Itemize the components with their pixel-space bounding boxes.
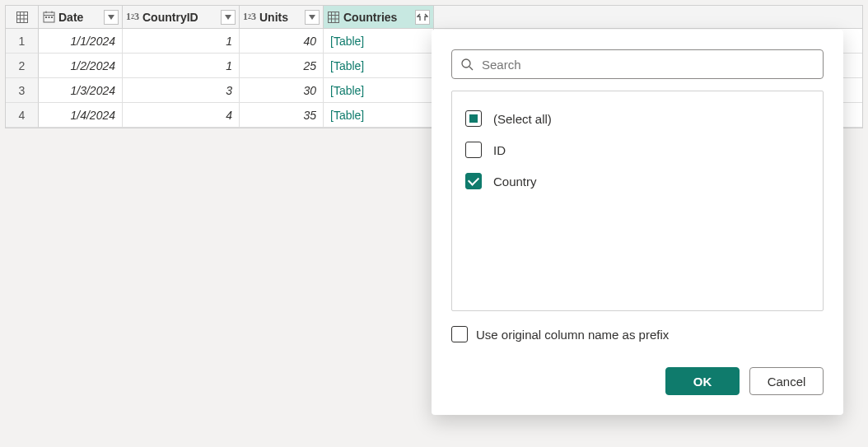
select-all-cell[interactable] (6, 6, 39, 28)
cell-date[interactable]: 1/1/2024 (39, 29, 123, 54)
search-input-wrapper[interactable] (451, 49, 824, 79)
cell-countryid[interactable]: 3 (123, 78, 240, 103)
number-type-icon: 123 (243, 11, 256, 24)
option-label: (Select all) (493, 112, 552, 126)
cell-countryid[interactable]: 1 (123, 54, 240, 78)
row-number[interactable]: 3 (6, 78, 39, 103)
column-header-label: Units (259, 11, 301, 24)
checkbox-checked-icon[interactable] (465, 173, 482, 189)
svg-rect-10 (48, 16, 49, 18)
expand-icon (417, 12, 428, 22)
search-input[interactable] (480, 57, 814, 72)
cell-date[interactable]: 1/3/2024 (39, 78, 123, 103)
column-header-date[interactable]: Date (39, 6, 123, 28)
column-header-label: CountryID (142, 11, 217, 24)
column-filter-button[interactable] (104, 10, 119, 25)
select-all-option[interactable]: (Select all) (465, 103, 810, 134)
svg-rect-12 (329, 12, 339, 22)
column-header-countryid[interactable]: 123 CountryID (123, 6, 240, 28)
number-type-icon: 123 (126, 11, 139, 24)
option-country[interactable]: Country (465, 165, 810, 197)
column-header-units[interactable]: 123 Units (240, 6, 324, 28)
use-prefix-label: Use original column name as prefix (476, 328, 669, 342)
cell-date[interactable]: 1/4/2024 (39, 103, 123, 128)
dialog-buttons: OK Cancel (451, 367, 824, 395)
cell-units[interactable]: 35 (240, 103, 324, 128)
caret-down-icon (309, 15, 315, 20)
table-type-icon (327, 11, 340, 24)
calendar-icon (42, 11, 55, 24)
checkbox-indeterminate-icon[interactable] (465, 110, 482, 127)
svg-point-17 (462, 59, 470, 68)
column-header-label: Countries (343, 11, 412, 24)
spacer (434, 6, 862, 28)
option-id[interactable]: ID (465, 134, 810, 165)
cell-countries[interactable]: [Table] (324, 103, 434, 128)
cell-units[interactable]: 30 (240, 78, 324, 103)
row-number[interactable]: 1 (6, 29, 39, 54)
cancel-button[interactable]: Cancel (749, 367, 824, 395)
table-icon (16, 12, 28, 23)
option-label: ID (493, 143, 506, 157)
cell-units[interactable]: 25 (240, 54, 324, 78)
checkbox-unchecked-icon[interactable] (451, 326, 468, 342)
row-number[interactable]: 4 (6, 103, 39, 128)
caret-down-icon (225, 15, 231, 20)
column-header-label: Date (58, 11, 100, 24)
checkbox-unchecked-icon[interactable] (465, 142, 482, 158)
row-number[interactable]: 2 (6, 54, 39, 78)
expand-column-button[interactable] (415, 10, 430, 25)
svg-line-18 (469, 67, 473, 70)
cell-countryid[interactable]: 1 (123, 29, 240, 54)
column-filter-button[interactable] (221, 10, 236, 25)
column-header-row: Date 123 CountryID 123 Units (6, 6, 862, 29)
svg-rect-11 (51, 16, 53, 18)
svg-rect-9 (45, 16, 47, 18)
cell-countries[interactable]: [Table] (324, 54, 434, 78)
option-label: Country (493, 175, 537, 189)
search-icon (460, 58, 474, 71)
svg-rect-0 (16, 12, 27, 22)
cell-units[interactable]: 40 (240, 29, 324, 54)
column-filter-button[interactable] (305, 10, 320, 25)
expand-columns-panel: (Select all) ID Country Use original col… (432, 30, 843, 415)
cell-date[interactable]: 1/2/2024 (39, 54, 123, 78)
cell-countries[interactable]: [Table] (324, 78, 434, 103)
column-header-countries[interactable]: Countries (324, 6, 434, 28)
use-prefix-option[interactable]: Use original column name as prefix (451, 326, 824, 342)
caret-down-icon (108, 15, 114, 20)
column-list: (Select all) ID Country (451, 91, 824, 311)
cell-countryid[interactable]: 4 (123, 103, 240, 128)
cell-countries[interactable]: [Table] (324, 29, 434, 54)
ok-button[interactable]: OK (665, 367, 740, 395)
